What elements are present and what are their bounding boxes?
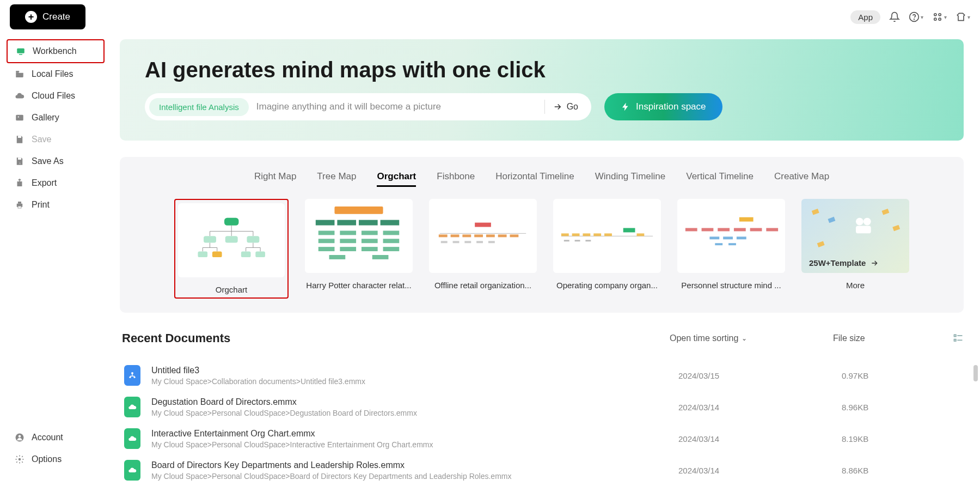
svg-rect-66	[486, 234, 495, 237]
svg-rect-28	[247, 236, 259, 242]
document-row[interactable]: Untitled file3 My Cloud Space>Collaborat…	[122, 360, 964, 391]
doc-path: My Cloud Space>Personal CloudSpace>Degus…	[151, 409, 678, 417]
sidebar-item-account[interactable]: Account	[7, 427, 105, 448]
sidebar-item-label: Gallery	[32, 113, 59, 123]
template-strip: Right Map Tree Map Orgchart Fishbone Hor…	[120, 157, 964, 313]
svg-point-1	[914, 19, 915, 20]
sidebar-item-local-files[interactable]: Local Files	[7, 63, 105, 85]
export-icon	[14, 178, 25, 189]
svg-rect-56	[362, 247, 378, 251]
hero-banner: AI generates mind maps with one click In…	[120, 39, 964, 141]
svg-point-109	[131, 372, 133, 374]
help-icon	[909, 11, 920, 22]
theme-dropdown[interactable]: ▾	[955, 11, 970, 22]
sidebar-item-label: Options	[32, 454, 62, 464]
doc-size: 8.86KB	[842, 466, 961, 475]
sidebar-item-save-as[interactable]: ↓ Save As	[7, 150, 105, 172]
svg-rect-87	[702, 228, 714, 231]
save-icon	[14, 134, 25, 145]
gallery-icon	[14, 112, 25, 123]
svg-rect-20	[224, 218, 238, 226]
help-dropdown[interactable]: ▾	[909, 11, 923, 22]
sidebar-bottom: Account Options	[7, 427, 105, 470]
svg-rect-27	[225, 236, 238, 242]
tab-creative-map[interactable]: Creative Map	[774, 171, 829, 187]
svg-rect-11	[18, 136, 21, 138]
separator	[544, 100, 545, 114]
sort-label: Open time sorting	[670, 333, 738, 343]
doc-type-icon	[124, 365, 140, 386]
svg-point-5	[939, 18, 941, 20]
svg-rect-44	[359, 220, 378, 225]
doc-path: My Cloud Space>Collaboration documents>U…	[151, 377, 678, 386]
template-thumbnail	[178, 203, 285, 277]
svg-rect-84	[585, 240, 591, 241]
document-row[interactable]: Board of Directors Key Departments and L…	[122, 454, 964, 486]
doc-size: 0.97KB	[842, 371, 961, 380]
ai-prompt-input[interactable]	[256, 101, 537, 112]
svg-rect-47	[340, 230, 356, 235]
intelligent-analysis-pill[interactable]: Intelligent file Analysis	[149, 98, 249, 116]
svg-rect-90	[750, 228, 762, 231]
sidebar-item-options[interactable]: Options	[7, 448, 105, 470]
bell-icon[interactable]	[889, 11, 900, 22]
document-row[interactable]: Degustation Board of Directors.emmx My C…	[122, 391, 964, 423]
svg-rect-26	[204, 236, 216, 242]
svg-rect-105	[954, 335, 956, 336]
tab-orgchart[interactable]: Orgchart	[377, 171, 416, 187]
svg-rect-57	[383, 247, 400, 251]
sidebar-item-save[interactable]: Save	[7, 129, 105, 150]
sidebar-item-print[interactable]: Print	[7, 194, 105, 216]
tab-fishbone[interactable]: Fishbone	[437, 171, 475, 187]
sort-dropdown[interactable]: Open time sorting ⌄	[670, 333, 833, 343]
document-row[interactable]: Interactive Entertainment Org Chart.emmx…	[122, 423, 964, 454]
template-thumbnail	[553, 199, 661, 273]
template-card-harry-potter[interactable]: Harry Potter character relat...	[305, 199, 413, 299]
svg-rect-9	[16, 115, 23, 121]
doc-date: 2024/03/14	[678, 466, 842, 475]
template-label: Orgchart	[179, 285, 284, 294]
template-card-personnel-structure[interactable]: Personnel structure mind ...	[677, 199, 785, 299]
tab-right-map[interactable]: Right Map	[254, 171, 296, 187]
svg-rect-70	[453, 241, 460, 243]
more-template-text: 25W+Template	[809, 258, 866, 268]
sidebar-item-label: Print	[32, 200, 50, 210]
svg-rect-39	[241, 251, 251, 257]
tab-horizontal-timeline[interactable]: Horizontal Timeline	[495, 171, 574, 187]
svg-rect-41	[334, 206, 383, 214]
create-button[interactable]: + Create	[10, 4, 85, 29]
arrow-right-icon	[553, 102, 562, 112]
shortcuts-dropdown[interactable]: ▾	[932, 11, 947, 22]
svg-rect-42	[316, 220, 335, 225]
tab-winding-timeline[interactable]: Winding Timeline	[595, 171, 665, 187]
template-card-more[interactable]: 25W+Template More	[801, 199, 909, 299]
sidebar-item-workbench[interactable]: Workbench	[7, 39, 105, 63]
sidebar-item-label: Local Files	[32, 69, 73, 79]
svg-rect-67	[498, 234, 507, 237]
app-pill[interactable]: App	[850, 10, 880, 24]
topbar-right: App ▾ ▾ ▾	[850, 10, 970, 24]
svg-rect-82	[564, 240, 569, 241]
sidebar: Workbench Local Files Cloud Files Galler…	[7, 39, 105, 216]
svg-rect-97	[812, 209, 819, 215]
doc-name: Untitled file3	[151, 366, 678, 375]
svg-rect-63	[451, 234, 460, 237]
inspiration-space-button[interactable]: Inspiration space	[604, 93, 722, 120]
plus-icon: +	[25, 11, 37, 23]
scrollbar-thumb[interactable]	[973, 365, 978, 381]
template-card-orgchart[interactable]: Orgchart	[174, 199, 289, 299]
svg-point-19	[19, 458, 21, 461]
sidebar-item-cloud-files[interactable]: Cloud Files	[7, 85, 105, 107]
sidebar-item-export[interactable]: Export	[7, 172, 105, 194]
go-button[interactable]: Go	[553, 102, 587, 112]
tab-tree-map[interactable]: Tree Map	[317, 171, 356, 187]
tab-vertical-timeline[interactable]: Vertical Timeline	[686, 171, 754, 187]
view-toggle-button[interactable]	[953, 333, 964, 344]
doc-name: Board of Directors Key Departments and L…	[151, 460, 678, 470]
arrow-right-icon	[870, 259, 879, 268]
template-card-operating-company[interactable]: Operating company organ...	[553, 199, 661, 299]
svg-point-3	[939, 14, 941, 16]
template-card-offline-retail[interactable]: Offline retail organization...	[429, 199, 537, 299]
svg-point-103	[863, 218, 871, 226]
sidebar-item-gallery[interactable]: Gallery	[7, 107, 105, 129]
